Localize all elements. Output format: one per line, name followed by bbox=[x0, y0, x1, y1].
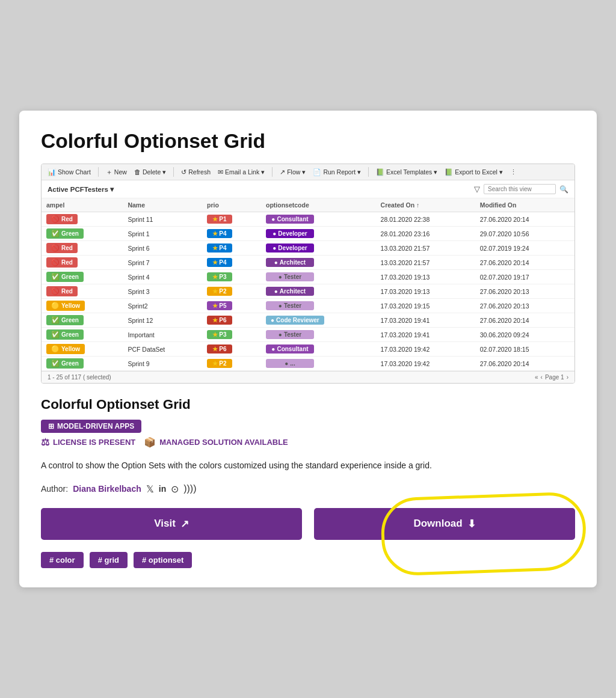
tag-grid[interactable]: # grid bbox=[90, 552, 128, 568]
crm-subheader: Active PCFTesters ▾ ▽ 🔍 bbox=[42, 180, 574, 198]
cell-ampel: ✅Green bbox=[42, 313, 123, 328]
toolbar-email-caret: ▾ bbox=[261, 168, 265, 176]
cell-name: Sprint 11 bbox=[123, 212, 202, 227]
toolbar-excel-templates[interactable]: 📗 Excel Templates ▾ bbox=[376, 168, 437, 176]
cell-modified: 27.06.2020 20:13 bbox=[475, 299, 574, 313]
page-first[interactable]: « bbox=[535, 374, 538, 381]
cell-name: PCF DataSet bbox=[123, 342, 202, 357]
cell-created: 17.03.2020 19:42 bbox=[376, 357, 475, 371]
toolbar-flow-caret: ▾ bbox=[302, 168, 306, 176]
page-prev[interactable]: ‹ bbox=[541, 374, 543, 381]
github-icon[interactable]: ⊙ bbox=[171, 483, 179, 495]
download-button[interactable]: Download ⬇ bbox=[314, 508, 575, 540]
cell-prio: ★P2 bbox=[202, 284, 261, 299]
table-row[interactable]: 🚫Red Sprint 11 ★P1 ●Consultant 28.01.202… bbox=[42, 212, 574, 227]
cell-created: 17.03.2020 19:41 bbox=[376, 313, 475, 328]
table-row[interactable]: 🟡Yellow Sprint2 ★P5 ●Tester 17.03.2020 1… bbox=[42, 299, 574, 313]
toolbar-sep-2 bbox=[173, 167, 174, 177]
visit-button[interactable]: Visit ↗ bbox=[41, 508, 302, 540]
category-label: MODEL-DRIVEN APPS bbox=[57, 422, 134, 430]
col-modified: Modified On bbox=[475, 198, 574, 212]
toolbar-sep-4 bbox=[368, 167, 369, 177]
visit-icon: ↗ bbox=[180, 518, 189, 530]
excel-templates-icon: 📗 bbox=[376, 168, 384, 176]
managed-label: MANAGED SOLUTION AVAILABLE bbox=[159, 438, 288, 447]
cell-name: Important bbox=[123, 328, 202, 342]
page-label: Page 1 bbox=[545, 374, 564, 381]
cell-created: 17.03.2020 19:15 bbox=[376, 299, 475, 313]
toolbar-refresh-label: Refresh bbox=[188, 168, 211, 176]
table-row[interactable]: 🟡Yellow PCF DataSet ★P6 ●Consultant 17.0… bbox=[42, 342, 574, 357]
toolbar-export-excel[interactable]: 📗 Export to Excel ▾ bbox=[445, 168, 503, 176]
cell-modified: 27.06.2020 20:14 bbox=[475, 357, 574, 371]
cell-created: 17.03.2020 19:41 bbox=[376, 328, 475, 342]
filter-icon[interactable]: ▽ bbox=[474, 185, 480, 194]
crm-data-table: ampel Name prio optionsetcode Created On… bbox=[42, 198, 574, 371]
download-icon: ⬇ bbox=[467, 518, 476, 530]
cell-prio: ★P2 bbox=[202, 357, 261, 371]
info-badges-row: ⚖ LICENSE IS PRESENT 📦 MANAGED SOLUTION … bbox=[41, 436, 575, 448]
cell-name: Sprint 7 bbox=[123, 256, 202, 270]
table-row[interactable]: ✅Green Sprint 4 ★P3 ●Tester 17.03.2020 1… bbox=[42, 270, 574, 284]
page-next[interactable]: › bbox=[567, 374, 568, 381]
cell-ampel: 🟡Yellow bbox=[42, 299, 123, 313]
cell-optionset: ●Consultant bbox=[261, 342, 376, 357]
cell-name: Sprint 9 bbox=[123, 357, 202, 371]
category-badge-row: ⊞ MODEL-DRIVEN APPS bbox=[41, 420, 575, 433]
toolbar-new[interactable]: ＋ New bbox=[106, 168, 127, 177]
category-badge: ⊞ MODEL-DRIVEN APPS bbox=[41, 420, 141, 433]
col-prio: prio bbox=[202, 198, 261, 212]
cell-optionset: ●Architect bbox=[261, 284, 376, 299]
col-ampel: ampel bbox=[42, 198, 123, 212]
toolbar-show-chart[interactable]: 📊 Show Chart bbox=[48, 168, 91, 176]
cell-name: Sprint 12 bbox=[123, 313, 202, 328]
crm-search-area: ▽ 🔍 bbox=[474, 184, 568, 194]
toolbar-delete[interactable]: 🗑 Delete ▾ bbox=[134, 168, 166, 176]
table-row[interactable]: ✅Green Sprint 1 ★P4 ●Developer 28.01.202… bbox=[42, 227, 574, 241]
linkedin-icon[interactable]: in bbox=[159, 484, 166, 494]
toolbar-export-caret: ▾ bbox=[499, 168, 503, 176]
toolbar-more[interactable]: ⋮ bbox=[510, 168, 517, 176]
table-row[interactable]: 🚫Red Sprint 6 ★P4 ●Developer 13.03.2020 … bbox=[42, 241, 574, 256]
table-row[interactable]: 🚫Red Sprint 7 ★P4 ●Architect 13.03.2020 … bbox=[42, 256, 574, 270]
toolbar-run-report-label: Run Report bbox=[323, 168, 356, 176]
toolbar-email-link[interactable]: ✉ Email a Link ▾ bbox=[218, 168, 265, 176]
tag-optionset[interactable]: # optionset bbox=[134, 552, 192, 568]
cell-modified: 02.07.2019 19:24 bbox=[475, 241, 574, 256]
cell-optionset: ●Consultant bbox=[261, 212, 376, 227]
crm-screenshot: 📊 Show Chart ＋ New 🗑 Delete ▾ ↺ Refresh … bbox=[41, 164, 575, 384]
report-icon: 📄 bbox=[313, 168, 321, 176]
rss-icon[interactable]: )))) bbox=[183, 483, 196, 494]
cell-prio: ★P6 bbox=[202, 342, 261, 357]
crm-view-name[interactable]: Active PCFTesters ▾ bbox=[48, 185, 114, 194]
table-row[interactable]: ✅Green Sprint 9 ★P2 ●... 17.03.2020 19:4… bbox=[42, 357, 574, 371]
crm-search-input[interactable] bbox=[484, 184, 556, 194]
toolbar-refresh[interactable]: ↺ Refresh bbox=[181, 168, 211, 176]
description-text: A control to show the Option Sets with t… bbox=[41, 459, 575, 472]
cell-ampel: 🚫Red bbox=[42, 212, 123, 227]
cell-prio: ★P5 bbox=[202, 299, 261, 313]
cell-modified: 02.07.2020 19:17 bbox=[475, 270, 574, 284]
refresh-icon: ↺ bbox=[181, 168, 186, 176]
cell-ampel: ✅Green bbox=[42, 227, 123, 241]
cell-optionset: ●Developer bbox=[261, 227, 376, 241]
twitter-icon[interactable]: 𝕏 bbox=[146, 483, 154, 495]
table-row[interactable]: ✅Green Important ★P3 ●Tester 17.03.2020 … bbox=[42, 328, 574, 342]
tag-color[interactable]: # color bbox=[41, 552, 84, 568]
table-row[interactable]: 🚫Red Sprint 3 ★P2 ●Architect 17.03.2020 … bbox=[42, 284, 574, 299]
search-submit-icon[interactable]: 🔍 bbox=[559, 185, 568, 194]
cell-prio: ★P3 bbox=[202, 270, 261, 284]
cell-created: 28.01.2020 22:38 bbox=[376, 212, 475, 227]
author-name: Diana Birkelbach bbox=[73, 484, 141, 494]
cell-modified: 27.06.2020 20:13 bbox=[475, 284, 574, 299]
cell-prio: ★P1 bbox=[202, 212, 261, 227]
cell-optionset: ●Tester bbox=[261, 328, 376, 342]
toolbar-flow[interactable]: ↗ Flow ▾ bbox=[280, 168, 306, 176]
table-row[interactable]: ✅Green Sprint 12 ★P6 ●Code Reviewer 17.0… bbox=[42, 313, 574, 328]
toolbar-run-report[interactable]: 📄 Run Report ▾ bbox=[313, 168, 361, 176]
cell-ampel: 🚫Red bbox=[42, 241, 123, 256]
cell-created: 17.03.2020 19:13 bbox=[376, 270, 475, 284]
toolbar-run-report-caret: ▾ bbox=[357, 168, 361, 176]
cell-name: Sprint2 bbox=[123, 299, 202, 313]
cell-modified: 30.06.2020 09:24 bbox=[475, 328, 574, 342]
